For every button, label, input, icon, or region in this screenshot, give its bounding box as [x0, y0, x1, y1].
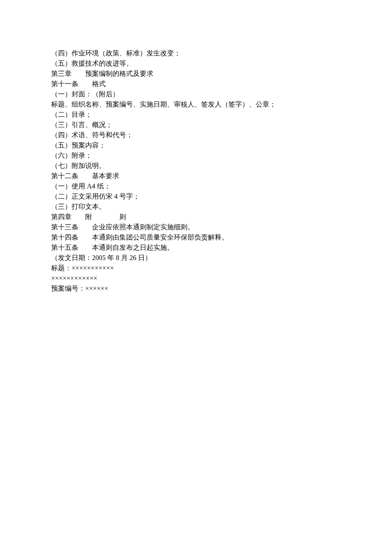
body-line: （四）作业环境（政策、标准）发生改变； — [51, 48, 341, 58]
body-line: （一）使用 A4 纸； — [51, 181, 341, 191]
body-line: （二）目录； — [51, 110, 341, 120]
body-line: 第四章 附 则 — [51, 212, 341, 222]
body-line: （五）预案内容； — [51, 140, 341, 150]
body-line: 第十五条 本通则自发布之日起实施。 — [51, 243, 341, 253]
body-line: 预案编号：×××××× — [51, 283, 341, 294]
body-line: ×××××××××××× — [51, 273, 341, 283]
body-line: 第十二条 基本要求 — [51, 171, 341, 181]
body-line: （三）打印文本。 — [51, 202, 341, 212]
body-line: （六）附录； — [51, 150, 341, 161]
body-line: （一）封面：（附后） — [51, 89, 341, 99]
document-page: （四）作业环境（政策、标准）发生改变； （五）救援技术的改进等。 第三章 预案编… — [0, 0, 392, 555]
body-line: （二）正文采用仿宋 4 号字； — [51, 191, 341, 202]
body-line: 标题、组织名称、预案编号、实施日期、审核人、签发人（签字）、公章； — [51, 99, 341, 110]
body-line: 第十三条 企业应依照本通则制定实施细则。 — [51, 222, 341, 232]
body-line: （三）引言、概况； — [51, 120, 341, 130]
body-line: （五）救援技术的改进等。 — [51, 58, 341, 69]
body-line: （四）术语、符号和代号； — [51, 130, 341, 140]
body-line: （七）附加说明。 — [51, 161, 341, 171]
body-line: 第三章 预案编制的格式及要求 — [51, 69, 341, 79]
body-line: （发文日期：2005 年 8 月 26 日） — [51, 253, 341, 263]
body-line: 第十四条 本通则由集团公司质量安全环保部负责解释。 — [51, 232, 341, 243]
body-line: 第十一条 格式 — [51, 79, 341, 89]
body-line: 标题：××××××××××× — [51, 263, 341, 273]
